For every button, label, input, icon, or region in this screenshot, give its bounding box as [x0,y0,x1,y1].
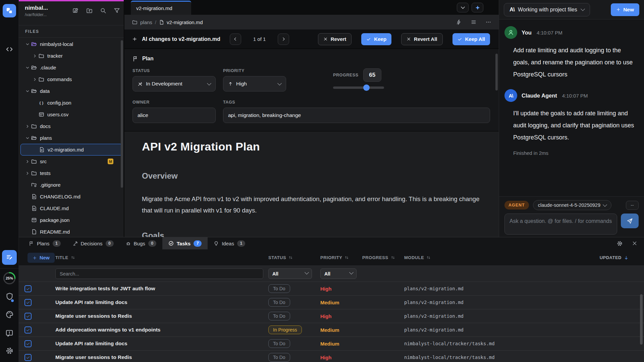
row-checkbox[interactable] [24,285,32,292]
chevron-down-icon[interactable] [25,89,30,94]
tags-input[interactable] [223,108,490,123]
tree-item-folder[interactable]: docs [19,120,124,132]
composer-more-button[interactable]: -- [626,201,639,210]
progress-value[interactable]: 65 [363,68,381,82]
tab-v2-migration[interactable]: v2-migration.md [131,1,191,15]
new-folder-icon[interactable] [86,7,93,14]
panel-close-icon[interactable] [632,241,637,246]
row-checkbox[interactable] [24,313,32,320]
table-row[interactable]: Migrate user sessions to Redis To Do Hig… [19,351,644,362]
change-counter: 1 of 1 [253,36,266,42]
ellipsis-icon[interactable] [485,19,491,25]
revert-button[interactable]: Revert [318,33,352,45]
column-module[interactable]: MODULE [404,255,589,260]
sidebar-scrollbar[interactable] [121,40,123,188]
tab-plans[interactable]: Plans 1 [23,237,67,249]
tree-item-file[interactable]: users.csv [19,109,124,120]
table-row[interactable]: Migrate user sessions to Redis To Do Hig… [19,309,644,323]
row-checkbox[interactable] [24,299,32,306]
chevron-down-icon[interactable] [25,136,30,140]
row-checkbox[interactable] [24,340,32,347]
chat-input[interactable] [504,214,617,235]
panel-settings-icon[interactable] [616,240,623,247]
column-status[interactable]: STATUS [268,255,320,260]
row-checkbox[interactable] [24,326,32,334]
owner-input[interactable] [132,108,216,123]
table-row[interactable]: Add deprecation warnings to v1 endpoints… [19,323,644,337]
table-row[interactable]: Write integration tests for JWT auth flo… [19,282,644,296]
column-title[interactable]: TITLE [52,255,268,260]
progress-ring[interactable]: 25% [3,272,16,285]
slider-thumb[interactable] [363,84,370,91]
code-icon[interactable] [0,46,19,53]
chevron-right-icon[interactable] [33,77,37,82]
document-body[interactable]: API v2 Migration Plan Overview Migrate t… [124,131,499,237]
keep-button[interactable]: Keep [361,33,391,45]
new-chat-button[interactable]: New [611,3,639,16]
progress-slider[interactable] [333,86,384,89]
tree-item-folder[interactable]: plans [19,132,124,144]
tree-item-file-selected[interactable]: v2-migration.md [20,144,122,156]
keep-all-button[interactable]: Keep All [452,33,490,45]
status-badge: To Do [268,312,290,320]
agent-mode-select[interactable]: A\ Working with project files [504,3,590,16]
editor-scrollbar[interactable] [495,54,498,90]
status-filter[interactable]: All [268,268,312,279]
prev-change-button[interactable] [230,34,241,45]
feedback-icon[interactable] [0,329,19,337]
chevron-right-icon[interactable] [25,124,30,129]
tree-item-file[interactable]: package.json [19,214,124,226]
chevron-down-icon[interactable] [25,65,30,70]
tree-item-folder[interactable]: tests [19,167,124,179]
zap-off-icon[interactable] [456,19,462,25]
notes-compose-icon[interactable] [2,250,17,265]
column-priority[interactable]: PRIORITY [320,255,362,260]
settings-gear-icon[interactable] [0,347,19,355]
breadcrumb-file[interactable]: v2-migration.md [167,19,203,25]
tree-item-folder[interactable]: data [19,85,124,97]
tree-item-file[interactable]: CLAUDE.md [19,202,124,214]
shield-icon[interactable] [0,292,19,301]
tab-decisions[interactable]: Decisions 0 [67,237,120,249]
send-button[interactable] [621,214,639,228]
tree-item-folder[interactable]: tracker [19,50,124,62]
tree-item-folder[interactable]: src M [19,156,124,167]
row-checkbox[interactable] [24,354,32,361]
tab-ideas[interactable]: Ideas 1 [208,237,251,249]
tab-bugs[interactable]: Bugs 0 [120,237,162,249]
search-input[interactable] [55,268,263,279]
table-row[interactable]: Update API rate limiting docs To Do Medi… [19,337,644,351]
menu-icon[interactable] [471,19,477,25]
status-select[interactable]: In Development [132,76,216,92]
tree-item-file[interactable]: CHANGELOG.md [19,191,124,202]
tree-item-file[interactable]: README.md [19,226,124,237]
tab-tasks[interactable]: Tasks 7 [162,237,208,249]
tree-item-folder[interactable]: commands [19,73,124,85]
tree-item-folder[interactable]: .claude [19,62,124,73]
filter-icon[interactable] [114,7,120,14]
tree-item-file[interactable]: { } config.json [19,97,124,109]
new-task-button[interactable]: New [28,253,55,263]
sparkle-ai-button[interactable] [472,3,483,12]
chevron-right-icon[interactable] [25,171,30,176]
next-change-button[interactable] [278,34,289,45]
breadcrumb-folder[interactable]: plans [140,19,152,25]
priority-select[interactable]: High [223,76,286,92]
tree-item-file[interactable]: .gitignore [19,179,124,191]
table-scrollbar[interactable] [640,294,643,345]
revert-all-button[interactable]: Revert All [401,33,442,45]
search-icon[interactable] [100,7,106,14]
chevron-right-icon[interactable] [33,54,37,58]
tab-list-dropdown-button[interactable] [457,3,469,12]
model-select[interactable]: claude-sonnet-4-5-20250929 [533,200,611,210]
table-row[interactable]: Update API rate limiting docs To Do Medi… [19,296,644,309]
app-logo-icon[interactable] [3,4,16,17]
tree-item-folder[interactable]: nimbalyst-local [19,38,124,50]
chevron-down-icon[interactable] [25,42,30,47]
chevron-right-icon[interactable] [25,159,30,164]
column-updated[interactable]: UPDATED [589,255,644,260]
compose-icon[interactable] [72,7,79,14]
palette-icon[interactable] [0,310,19,319]
priority-filter[interactable]: All [320,268,357,279]
column-progress[interactable]: PROGRESS [362,255,404,260]
